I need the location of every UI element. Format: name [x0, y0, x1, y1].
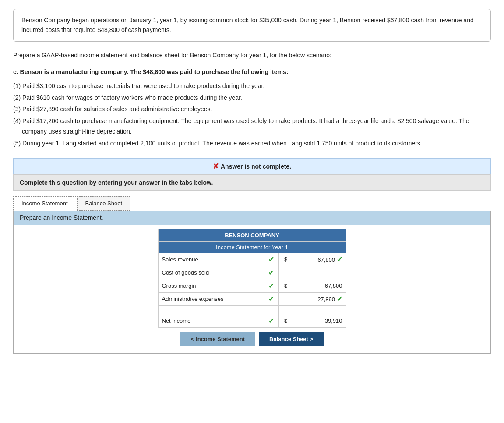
list-item: (5) During year 1, Lang started and comp…	[13, 138, 491, 149]
dollar-cell: $	[278, 314, 293, 328]
check-cell: ✔	[264, 279, 278, 293]
dollar-cell	[278, 266, 293, 279]
complete-instruction: Complete this question by entering your …	[13, 174, 491, 191]
list-item: (4) Paid $17,200 cash to purchase manufa…	[13, 116, 491, 137]
value-cell: 67,800	[293, 279, 346, 293]
check-cell: ✔	[264, 266, 278, 279]
intro-text: Prepare a GAAP-based income statement an…	[13, 50, 491, 61]
dollar-cell: $	[278, 279, 293, 293]
tab-balance-sheet[interactable]: Balance Sheet	[77, 196, 131, 211]
value-cell	[293, 266, 346, 279]
check-icon: ✔	[268, 269, 274, 276]
check-cell: ✔	[264, 293, 278, 306]
value-cell: 27,890 ✔	[293, 293, 346, 306]
answer-section: ✘Answer is not complete. Complete this q…	[13, 158, 491, 354]
list-item: (3) Paid $27,890 cash for salaries of sa…	[13, 104, 491, 115]
x-icon: ✘	[213, 162, 219, 170]
row-label: Sales revenue	[158, 253, 264, 266]
list-item: (1) Paid $3,100 cash to purchase materia…	[13, 81, 491, 92]
income-statement-table: BENSON COMPANY Income Statement for Year…	[158, 229, 346, 328]
value-check-icon: ✔	[337, 295, 342, 303]
check-icon: ✔	[268, 256, 274, 263]
dollar-cell: $	[278, 253, 293, 266]
list-item: (2) Paid $610 cash for wages of factory …	[13, 92, 491, 103]
table-row: Gross margin ✔ $ 67,800	[158, 279, 346, 293]
scenario-c-title: c. Benson is a manufacturing company. Th…	[13, 67, 491, 78]
value-cell: 39,910	[293, 314, 346, 328]
statement-title: Income Statement for Year 1	[158, 242, 346, 253]
tab-content-area: Prepare an Income Statement. BENSON COMP…	[13, 211, 491, 354]
check-cell: ✔	[264, 253, 278, 266]
tab-header-bar: Prepare an Income Statement.	[14, 211, 490, 225]
table-row: Sales revenue ✔ $ 67,800 ✔	[158, 253, 346, 266]
value-cell: 67,800 ✔	[293, 253, 346, 266]
row-label: Net income	[158, 314, 264, 328]
check-icon: ✔	[268, 282, 274, 289]
nav-buttons-row: < Income Statement Balance Sheet >	[180, 332, 324, 349]
row-label: Gross margin	[158, 279, 264, 293]
value-check-icon: ✔	[337, 256, 342, 263]
row-label: Administrative expenses	[158, 293, 264, 306]
scenario-c-list: (1) Paid $3,100 cash to purchase materia…	[13, 81, 491, 148]
next-button[interactable]: Balance Sheet >	[259, 332, 324, 346]
table-row-empty	[158, 306, 346, 314]
row-label: Cost of goods sold	[158, 266, 264, 279]
tab-income-statement[interactable]: Income Statement	[13, 196, 76, 211]
table-row: Net income ✔ $ 39,910	[158, 314, 346, 328]
prev-button[interactable]: < Income Statement	[180, 332, 255, 346]
tabs-row: Income Statement Balance Sheet	[13, 196, 491, 211]
scenario-text: Benson Company began operations on Janua…	[21, 17, 474, 33]
income-table-wrapper: BENSON COMPANY Income Statement for Year…	[14, 225, 490, 353]
check-icon: ✔	[268, 317, 274, 324]
check-icon: ✔	[268, 295, 274, 303]
not-complete-banner: ✘Answer is not complete.	[13, 158, 491, 174]
check-cell: ✔	[264, 314, 278, 328]
table-row: Cost of goods sold ✔	[158, 266, 346, 279]
company-name: BENSON COMPANY	[158, 229, 346, 242]
dollar-cell	[278, 293, 293, 306]
table-row: Administrative expenses ✔ 27,890 ✔	[158, 293, 346, 306]
scenario-c: c. Benson is a manufacturing company. Th…	[13, 67, 491, 149]
scenario-box: Benson Company began operations on Janua…	[13, 9, 491, 42]
